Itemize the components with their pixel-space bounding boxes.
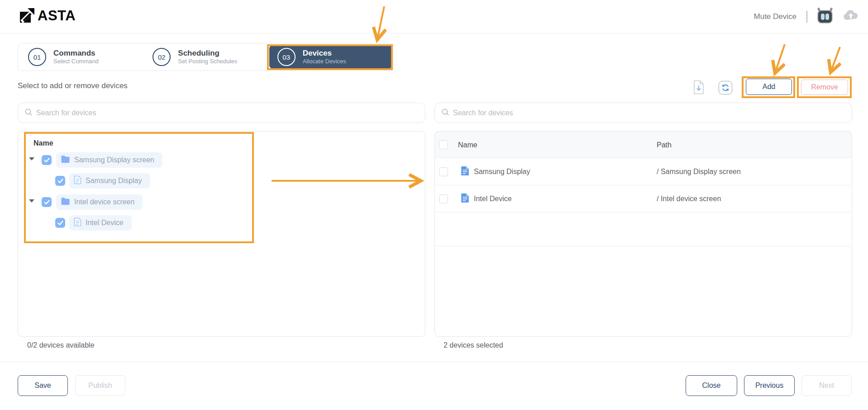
save-button[interactable]: Save <box>18 375 68 396</box>
table-header <box>434 131 852 158</box>
folder-icon <box>61 155 70 165</box>
folder-icon <box>61 197 70 207</box>
row-path: / Samsung Display screen <box>657 168 741 176</box>
row-checkbox[interactable] <box>439 194 448 203</box>
close-button[interactable]: Close <box>686 375 737 396</box>
previous-button[interactable]: Previous <box>744 375 795 396</box>
tree-column-name: Name <box>33 139 53 147</box>
row-name: Samsung Display <box>474 168 530 176</box>
tree-item-device[interactable]: Samsung Display <box>69 173 150 189</box>
row-checkbox[interactable] <box>439 167 448 176</box>
tab-devices-active[interactable]: 03 Devices Allocate Devices <box>269 45 392 69</box>
select-all-checkbox[interactable] <box>439 140 448 149</box>
document-icon <box>74 175 81 186</box>
tab-commands[interactable]: 01 Commands Select Command <box>18 43 143 71</box>
document-icon <box>461 193 469 205</box>
next-button[interactable]: Next <box>801 375 852 396</box>
step-title: Commands <box>53 49 99 58</box>
step-subtitle: Select Command <box>53 58 99 65</box>
annotation-arrow-add <box>775 44 785 72</box>
step-number: 03 <box>277 48 296 66</box>
tree-checkbox-checked[interactable] <box>55 218 65 228</box>
left-search <box>18 103 425 123</box>
right-search <box>434 103 852 123</box>
right-search-input[interactable] <box>453 109 852 117</box>
tab-scheduling[interactable]: 02 Scheduling Set Posting Schedules <box>143 43 267 71</box>
step-title: Scheduling <box>178 49 237 58</box>
brand-name: ASTA <box>38 8 76 24</box>
remove-button[interactable]: Remove <box>801 80 848 95</box>
row-name: Intel Device <box>474 195 512 203</box>
annotation-arrow-remove <box>831 47 840 71</box>
step-number: 01 <box>28 48 46 66</box>
instruction-text: Select to add or remove devices <box>18 81 128 90</box>
footer-divider <box>0 362 868 362</box>
tree-checkbox-checked[interactable] <box>55 176 65 186</box>
empty-table-row <box>435 212 852 246</box>
step-title: Devices <box>303 49 346 58</box>
step-number: 02 <box>153 48 171 66</box>
refresh-icon[interactable] <box>719 81 732 94</box>
add-button[interactable]: Add <box>746 79 792 95</box>
document-icon <box>461 166 469 178</box>
tree-item-label: Intel device screen <box>74 198 134 206</box>
left-search-input[interactable] <box>36 109 425 117</box>
column-path: Path <box>657 141 672 149</box>
caret-down-icon[interactable] <box>29 199 34 203</box>
document-icon <box>74 217 81 228</box>
tree-item-label: Intel Device <box>86 219 124 227</box>
column-name: Name <box>458 141 477 149</box>
wizard-steps: 01 Commands Select Command 02 Scheduling… <box>18 43 394 71</box>
row-path: / Intel device screen <box>657 195 721 203</box>
download-icon[interactable] <box>693 80 705 96</box>
bot-avatar-icon[interactable] <box>817 10 833 24</box>
search-icon <box>441 108 449 118</box>
tree-item-label: Samsung Display screen <box>74 156 154 164</box>
tree-item-label: Samsung Display <box>86 177 142 185</box>
app-logo: ASTA <box>19 7 76 25</box>
step-subtitle: Set Posting Schedules <box>178 58 237 65</box>
tree-checkbox-checked[interactable] <box>42 197 52 207</box>
tree-item-folder[interactable]: Intel device screen <box>56 194 143 210</box>
mute-device-label[interactable]: Mute Device <box>754 12 796 21</box>
caret-down-icon[interactable] <box>29 157 34 160</box>
app-header: ASTA Mute Device <box>0 0 868 33</box>
logo-icon <box>19 7 35 25</box>
selected-count: 2 devices selected <box>444 341 503 349</box>
search-icon <box>24 108 33 118</box>
step-subtitle: Allocate Devices <box>303 58 346 65</box>
tree-checkbox-checked[interactable] <box>42 155 52 165</box>
cloud-upload-icon[interactable] <box>843 9 859 24</box>
tree-item-folder[interactable]: Samsung Display screen <box>56 152 162 168</box>
header-separator <box>806 11 807 23</box>
tree-item-device[interactable]: Intel Device <box>69 215 132 231</box>
publish-button[interactable]: Publish <box>75 375 125 396</box>
available-count: 0/2 devices available <box>27 341 95 349</box>
